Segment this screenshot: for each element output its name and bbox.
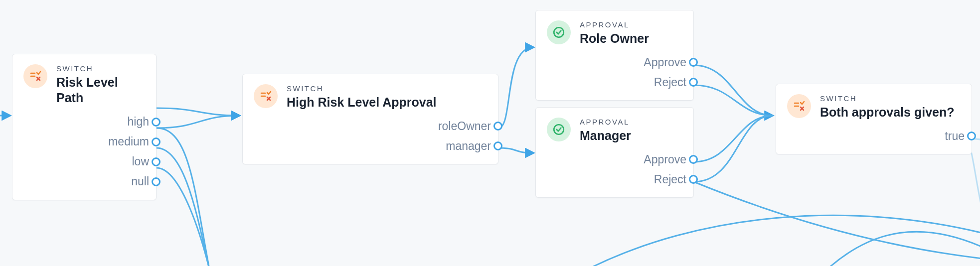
output-port[interactable] (689, 78, 698, 87)
output-label: low (132, 155, 149, 168)
output-label: Reject (654, 173, 686, 186)
output-label: Approve (644, 153, 686, 166)
node-title: Manager (580, 128, 631, 143)
output-roleowner[interactable]: roleOwner (243, 116, 498, 136)
node-title: Risk Level Path (56, 75, 145, 106)
output-port[interactable] (152, 177, 161, 186)
node-manager[interactable]: APPROVAL Manager Approve Reject (535, 107, 694, 198)
output-true[interactable]: true (776, 126, 972, 146)
switch-icon (787, 94, 811, 118)
output-label: roleOwner (438, 120, 491, 133)
output-null[interactable]: null (12, 172, 156, 192)
output-label: Approve (644, 56, 686, 69)
output-port[interactable] (152, 137, 161, 146)
output-high[interactable]: high (12, 112, 156, 132)
output-approve[interactable]: Approve (536, 149, 693, 169)
output-port[interactable] (689, 175, 698, 184)
node-both-approvals[interactable]: SWITCH Both approvals given? true (776, 84, 972, 154)
node-title: Role Owner (580, 31, 649, 46)
output-port[interactable] (689, 58, 698, 67)
approval-icon (547, 118, 571, 141)
approval-icon (547, 20, 571, 44)
node-role-owner[interactable]: APPROVAL Role Owner Approve Reject (535, 10, 694, 101)
output-port[interactable] (152, 118, 161, 127)
node-type-label: SWITCH (287, 84, 437, 93)
output-label: true (945, 130, 965, 143)
workflow-canvas[interactable]: SWITCH Risk Level Path high medium low n… (0, 0, 980, 266)
switch-icon (254, 84, 278, 108)
node-type-label: SWITCH (820, 94, 954, 103)
output-label: medium (108, 135, 149, 148)
output-manager[interactable]: manager (243, 136, 498, 156)
output-port[interactable] (493, 122, 502, 131)
output-medium[interactable]: medium (12, 132, 156, 152)
output-label: manager (446, 139, 491, 153)
output-reject[interactable]: Reject (536, 169, 693, 189)
node-risk-level-path[interactable]: SWITCH Risk Level Path high medium low n… (12, 54, 157, 200)
output-port[interactable] (493, 141, 502, 150)
switch-icon (23, 64, 47, 88)
node-title: Both approvals given? (820, 105, 954, 120)
output-port[interactable] (152, 157, 161, 166)
node-high-risk-level-approval[interactable]: SWITCH High Risk Level Approval roleOwne… (242, 74, 498, 164)
output-label: null (131, 175, 149, 188)
node-type-label: APPROVAL (580, 20, 649, 29)
output-port[interactable] (967, 132, 976, 140)
node-type-label: APPROVAL (580, 118, 631, 126)
output-approve[interactable]: Approve (536, 52, 693, 72)
output-port[interactable] (689, 155, 698, 164)
output-label: high (128, 115, 149, 129)
output-low[interactable]: low (12, 152, 156, 172)
output-label: Reject (654, 76, 686, 89)
node-title: High Risk Level Approval (287, 95, 437, 110)
output-reject[interactable]: Reject (536, 72, 693, 92)
node-type-label: SWITCH (56, 64, 145, 73)
